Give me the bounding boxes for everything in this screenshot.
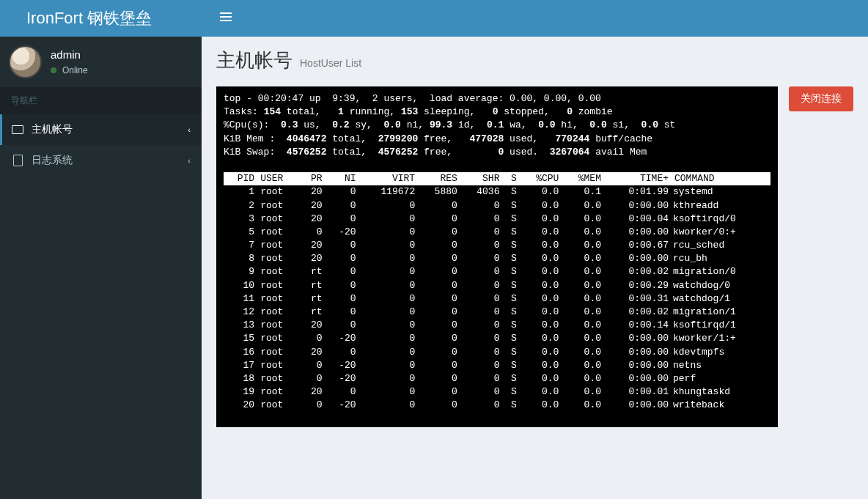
top-mem-line: KiB Mem : 4046472 total, 2799200 free, 4… <box>224 133 652 144</box>
sidebar-item-host-user[interactable]: 主机帐号 ‹ <box>0 114 202 145</box>
process-row: 1root20011967258804036S0.00.10:01.99syst… <box>224 185 770 199</box>
process-row: 15root0-20000S0.00.00:00.00kworker/1:+ <box>224 332 770 345</box>
process-row: 19root200000S0.00.00:00.01khungtaskd <box>224 385 770 399</box>
col-pr: PR <box>300 172 326 185</box>
user-name: admin <box>51 48 88 61</box>
col-shr: SHR <box>460 172 503 185</box>
top-summary: top - 00:20:47 up 9:39, 2 users, load av… <box>224 93 601 104</box>
process-row: 13root200000S0.00.00:00.14ksoftirqd/1 <box>224 319 770 332</box>
sidebar-item-label: 日志系统 <box>32 154 73 167</box>
process-row: 17root0-20000S0.00.00:00.00netns <box>224 359 770 372</box>
laptop-icon <box>11 125 24 135</box>
file-icon <box>11 155 24 166</box>
terminal-output[interactable]: top - 00:20:47 up 9:39, 2 users, load av… <box>216 86 778 427</box>
col-ni: NI <box>325 172 358 185</box>
process-table: PIDUSERPRNIVIRTRESSHRS%CPU%MEMTIME+COMMA… <box>224 172 770 412</box>
user-status: Online <box>51 64 88 75</box>
brand-name: IronFort <box>26 9 83 28</box>
page-header: 主机帐号 HostUser List <box>216 48 853 73</box>
main-content: 主机帐号 HostUser List top - 00:20:47 up 9:3… <box>202 37 868 499</box>
chevron-left-icon: ‹ <box>188 156 191 165</box>
sidebar-item-label: 主机帐号 <box>32 123 73 136</box>
col-command: COMMAND <box>672 172 770 185</box>
navbar <box>202 0 868 37</box>
process-row: 10rootrt0000S0.00.00:00.29watchdog/0 <box>224 279 770 292</box>
process-row: 2root200000S0.00.00:00.00kthreadd <box>224 199 770 212</box>
col-s: S <box>502 172 519 185</box>
col-virt: VIRT <box>359 172 419 185</box>
process-row: 9rootrt0000S0.00.00:00.02migration/0 <box>224 265 770 278</box>
process-row: 8root200000S0.00.00:00.00rcu_bh <box>224 252 770 265</box>
process-row: 7root200000S0.00.00:00.67rcu_sched <box>224 239 770 252</box>
col-res: RES <box>418 172 460 185</box>
col-user: USER <box>257 172 300 185</box>
page-subtitle: HostUser List <box>300 57 361 69</box>
process-row: 3root200000S0.00.00:00.04ksoftirqd/0 <box>224 212 770 226</box>
col-time+: TIME+ <box>604 172 672 185</box>
col-pid: PID <box>224 172 257 185</box>
brand-logo[interactable]: IronFort 钢铁堡垒 <box>0 0 202 37</box>
top-cpu-line: %Cpu(s): 0.3 us, 0.2 sy, 0.0 ni, 99.3 id… <box>224 119 675 130</box>
col-%mem: %MEM <box>562 172 604 185</box>
close-connection-button[interactable]: 关闭连接 <box>789 86 853 111</box>
col-%cpu: %CPU <box>520 172 562 185</box>
sidebar-item-logs[interactable]: 日志系统 ‹ <box>0 145 202 176</box>
user-panel: admin Online <box>0 37 202 87</box>
avatar[interactable] <box>9 45 42 78</box>
sidebar: admin Online 导航栏 主机帐号 ‹ 日志系统 ‹ <box>0 37 202 499</box>
page-title: 主机帐号 <box>216 48 293 73</box>
hamburger-icon <box>220 10 232 23</box>
brand-suffix: 钢铁堡垒 <box>87 7 152 29</box>
process-row: 20root0-20000S0.00.00:00.00writeback <box>224 399 770 412</box>
menu-toggle-button[interactable] <box>213 3 239 34</box>
top-tasks-line: Tasks: 154 total, 1 running, 153 sleepin… <box>224 106 613 117</box>
process-row: 5root0-20000S0.00.00:00.00kworker/0:+ <box>224 226 770 239</box>
top-header: IronFort 钢铁堡垒 <box>0 0 868 37</box>
process-row: 18root0-20000S0.00.00:00.00perf <box>224 372 770 385</box>
chevron-left-icon: ‹ <box>188 125 191 134</box>
process-row: 11rootrt0000S0.00.00:00.31watchdog/1 <box>224 292 770 306</box>
status-text: Online <box>62 65 88 75</box>
status-dot-icon <box>51 67 56 73</box>
nav-header: 导航栏 <box>0 87 202 114</box>
process-row: 16root200000S0.00.00:00.00kdevtmpfs <box>224 346 770 359</box>
process-row: 12rootrt0000S0.00.00:00.02migration/1 <box>224 306 770 319</box>
top-swap-line: KiB Swap: 4576252 total, 4576252 free, 0… <box>224 147 647 158</box>
